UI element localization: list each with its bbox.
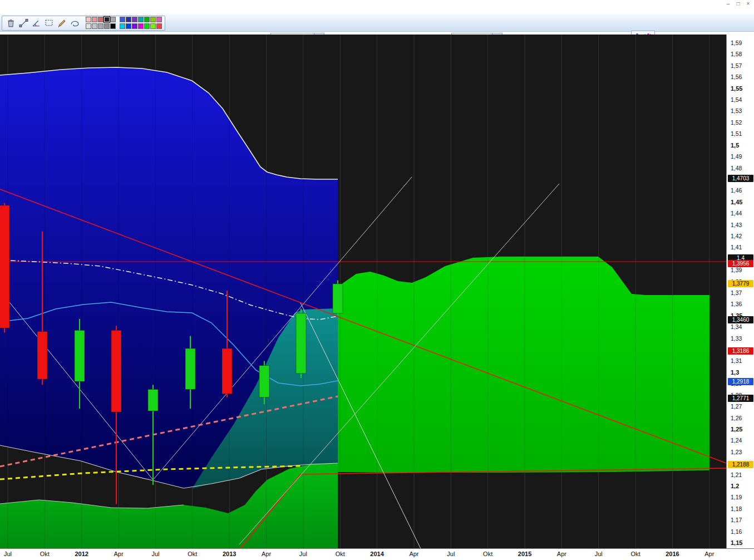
price-tag: 1,3779 [728, 280, 753, 287]
y-axis-label: 1,26 [731, 414, 742, 422]
y-axis-label: 1,37 [731, 289, 742, 297]
candle-body [111, 330, 121, 412]
y-axis-label: 1,15 [731, 539, 742, 547]
y-axis-label: 1,17 [731, 516, 742, 524]
x-axis-label: Okt [623, 551, 648, 557]
y-axis-label: 1,16 [731, 528, 742, 536]
x-axis-label: 2012 [70, 551, 94, 557]
x-axis-label: Okt [476, 551, 500, 557]
selection-box-icon [45, 18, 54, 28]
y-axis-label: 1,36 [731, 300, 742, 308]
y-axis-label: 1,45 [731, 198, 742, 206]
color-swatch[interactable] [156, 23, 162, 29]
candle-body [333, 284, 343, 313]
y-axis-label: 1,53 [731, 107, 742, 115]
color-swatch[interactable] [144, 23, 150, 29]
candle-body [259, 366, 269, 397]
color-swatch[interactable] [150, 23, 156, 29]
color-swatch[interactable] [156, 17, 162, 22]
delete-tool[interactable] [5, 17, 18, 30]
color-swatch[interactable] [138, 23, 144, 29]
color-swatch[interactable] [104, 17, 110, 22]
x-axis-label: 2016 [660, 551, 684, 557]
candle-body [222, 348, 232, 394]
candle-body [296, 313, 306, 374]
price-tag: 1,3460 [728, 316, 753, 323]
y-axis-label: 1,46 [731, 186, 742, 194]
y-axis-label: 1,21 [731, 471, 742, 479]
draw-tool[interactable] [56, 17, 69, 30]
color-swatch[interactable] [132, 23, 137, 29]
x-axis-label: Jul [143, 551, 167, 557]
price-chart[interactable] [0, 35, 726, 548]
x-axis-label: Jul [587, 551, 611, 557]
color-swatch[interactable] [138, 17, 144, 22]
y-axis: 1,591,581,571,561,551,541,531,521,511,51… [726, 35, 754, 548]
lasso-icon [70, 18, 80, 28]
y-axis-label: 1,41 [731, 243, 742, 251]
restore-button[interactable]: □ [734, 1, 742, 8]
color-swatch[interactable] [110, 17, 116, 22]
angle-icon [32, 18, 41, 28]
color-swatch[interactable] [86, 17, 91, 22]
x-axis: JulOkt2012AprJulOkt2013AprJulOkt2014AprJ… [0, 548, 754, 560]
angle-tool[interactable] [31, 17, 43, 30]
trendline-tool[interactable] [18, 17, 31, 30]
x-axis-label: Apr [697, 551, 722, 557]
y-axis-label: 1,2 [731, 482, 739, 490]
x-axis-label: Apr [106, 551, 131, 557]
window-controls: – □ × [724, 1, 752, 8]
color-swatch[interactable] [92, 17, 97, 22]
x-axis-label: Okt [32, 551, 57, 557]
y-axis-label: 1,18 [731, 505, 742, 513]
price-tag: 1,3186 [728, 347, 753, 355]
close-button[interactable]: × [744, 1, 752, 8]
minimize-button[interactable]: – [724, 1, 732, 8]
x-axis-label: Apr [549, 551, 574, 557]
y-axis-label: 1,43 [731, 221, 742, 229]
y-axis-label: 1,48 [731, 164, 742, 172]
lasso-tool[interactable] [69, 17, 82, 30]
color-swatch[interactable] [120, 17, 125, 22]
color-swatch[interactable] [98, 17, 104, 22]
color-swatch[interactable] [150, 17, 156, 22]
y-axis-label: 1,34 [731, 323, 742, 331]
price-tag: 1,2918 [728, 378, 753, 385]
trading-app-window: { "window": { "minimize_glyph": "–", "re… [0, 0, 754, 560]
color-swatch[interactable] [110, 23, 116, 29]
candle-body [0, 205, 9, 328]
y-axis-label: 1,55 [731, 85, 742, 92]
y-axis-label: 1,24 [731, 436, 742, 444]
y-axis-label: 1,54 [731, 96, 742, 104]
y-axis-label: 1,31 [731, 357, 742, 365]
y-axis-label: 1,23 [731, 448, 742, 456]
y-axis-label: 1,49 [731, 153, 742, 160]
color-swatch[interactable] [120, 23, 125, 29]
y-axis-label: 1,33 [731, 335, 742, 342]
toolbar: 200 Einheiten ▼ Quartalsweise ▼ [0, 14, 754, 32]
color-swatch[interactable] [86, 23, 91, 29]
selection-tool[interactable] [43, 17, 56, 30]
color-swatch[interactable] [104, 23, 110, 29]
color-swatch[interactable] [132, 17, 137, 22]
x-axis-label: Jul [291, 551, 316, 557]
x-axis-label: Okt [180, 551, 205, 557]
color-swatch[interactable] [98, 23, 104, 29]
color-swatch[interactable] [92, 23, 97, 29]
y-axis-label: 1,57 [731, 62, 742, 70]
price-tag: 1,3956 [728, 260, 753, 267]
trendline-icon [19, 18, 28, 28]
color-swatch[interactable] [144, 17, 150, 22]
candle-body [148, 390, 158, 411]
tool-buttons [5, 17, 82, 30]
trash-icon [6, 18, 16, 28]
color-swatch[interactable] [126, 17, 131, 22]
x-axis-label: Okt [328, 551, 352, 557]
color-swatch[interactable] [126, 23, 131, 29]
price-tag: 1,2771 [728, 395, 753, 402]
y-axis-label: 1,51 [731, 130, 742, 137]
candle-body [37, 331, 47, 379]
x-axis-label: Apr [254, 551, 279, 557]
x-axis-label: Jul [438, 551, 463, 557]
title-bar: – □ × [0, 0, 754, 14]
